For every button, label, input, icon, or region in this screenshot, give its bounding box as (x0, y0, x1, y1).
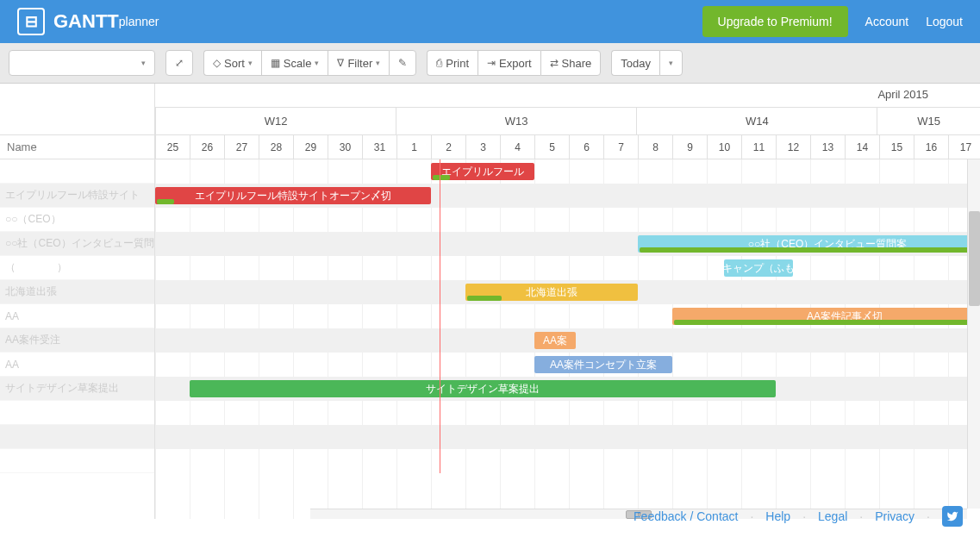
day-header: 10 (707, 135, 741, 159)
chart-row[interactable]: エイプリルフール (155, 159, 980, 184)
feedback-link[interactable]: Feedback / Contact (634, 509, 738, 523)
day-header: 17 (948, 135, 980, 159)
week-header: W14 (636, 108, 877, 134)
today-button[interactable]: Today (611, 50, 659, 76)
chart-row[interactable] (155, 449, 980, 473)
footer: Feedback / Contact · Help · Legal · Priv… (0, 496, 980, 537)
chart-row[interactable] (155, 208, 980, 232)
upgrade-button[interactable]: Upgrade to Premium! (702, 6, 848, 37)
export-icon: ⇥ (487, 57, 496, 69)
gantt-timeline[interactable]: April 2015 W12W13W14W15 2526272829303112… (155, 84, 980, 519)
task-row-label[interactable]: ○○社（CEO）インタビュー質問 (0, 232, 154, 256)
day-header: 27 (224, 135, 259, 159)
day-header: 28 (259, 135, 293, 159)
share-button[interactable]: ⇄Share (540, 50, 602, 76)
day-header: 9 (672, 135, 707, 159)
expand-button[interactable]: ⤢ (165, 50, 193, 76)
day-header: 8 (638, 135, 672, 159)
day-header: 1 (396, 135, 431, 159)
day-header: 16 (914, 135, 948, 159)
task-row-label[interactable] (0, 449, 154, 473)
scrollbar-vertical[interactable] (967, 159, 980, 509)
task-row-label[interactable]: （ ） (0, 256, 154, 280)
print-button[interactable]: ⎙Print (427, 50, 478, 76)
app-header: ⊟ GANTTplanner Upgrade to Premium! Accou… (0, 0, 980, 43)
timeline-header: April 2015 W12W13W14W15 2526272829303112… (155, 84, 980, 159)
settings-button[interactable]: ✎ (389, 50, 416, 76)
day-header: 4 (500, 135, 534, 159)
task-row-label[interactable]: サイトデザイン草案提出 (0, 377, 154, 401)
chart-row[interactable]: キャンプ（ふも (155, 256, 980, 280)
day-header: 6 (569, 135, 603, 159)
task-row-label[interactable] (0, 401, 154, 425)
gantt-bar[interactable]: エイプリルフール特設サイトオープン〆切 (155, 187, 431, 204)
twitter-icon[interactable] (942, 506, 963, 527)
wand-icon: ✎ (398, 57, 407, 69)
task-row-label[interactable]: エイプリルフール特設サイト (0, 184, 154, 208)
gantt-bar[interactable]: AA案件コンセプト立案 (534, 356, 672, 373)
gantt-bar[interactable]: サイトデザイン草案提出 (190, 380, 776, 397)
scale-button[interactable]: ▦Scale▾ (261, 50, 328, 76)
week-header: W15 (877, 108, 980, 134)
scrollbar-thumb[interactable] (969, 211, 980, 306)
scale-icon: ▦ (271, 57, 280, 69)
week-header: W13 (396, 108, 636, 134)
gantt-sidebar: Name エイプリルフール特設サイト○○（CEO）○○社（CEO）インタビュー質… (0, 84, 155, 519)
task-row-label[interactable]: ○○（CEO） (0, 208, 154, 232)
day-header: 15 (879, 135, 914, 159)
brand-sub: planner (119, 15, 159, 28)
chart-row[interactable] (155, 425, 980, 449)
legal-link[interactable]: Legal (818, 509, 847, 523)
task-row-label[interactable]: AA案件受注 (0, 328, 154, 353)
day-header: 30 (328, 135, 362, 159)
gantt-bar[interactable]: エイプリルフール (431, 163, 534, 180)
day-header: 3 (465, 135, 500, 159)
name-column-header: Name (0, 135, 154, 159)
task-row-label[interactable]: AA (0, 353, 154, 377)
task-row-label[interactable]: 北海道出張 (0, 280, 154, 304)
week-header: W12 (155, 108, 396, 134)
chart-row[interactable]: AA案件記事〆切 (155, 304, 980, 328)
export-button[interactable]: ⇥Export (478, 50, 540, 76)
today-dropdown[interactable]: ▾ (659, 50, 683, 76)
day-header: 31 (362, 135, 396, 159)
print-icon: ⎙ (436, 57, 442, 69)
share-icon: ⇄ (550, 57, 559, 69)
chart-row[interactable] (155, 401, 980, 425)
gantt-bar[interactable]: ○○社（CEO）インタビュー質問案 (638, 235, 980, 253)
expand-icon: ⤢ (175, 57, 184, 69)
project-select[interactable]: ▾ (9, 50, 155, 76)
gantt-bar[interactable]: キャンプ（ふも (724, 259, 793, 277)
gantt-bar[interactable]: 北海道出張 (465, 284, 638, 301)
month-label: April 2015 (877, 88, 928, 101)
filter-button[interactable]: ∇Filter▾ (328, 50, 389, 76)
chart-row[interactable]: AA案 (155, 328, 980, 353)
gantt-bar[interactable]: AA案件記事〆切 (672, 308, 980, 325)
task-row-label[interactable] (0, 159, 154, 184)
privacy-link[interactable]: Privacy (875, 509, 914, 523)
chart-row[interactable]: エイプリルフール特設サイトオープン〆切 (155, 184, 980, 208)
help-link[interactable]: Help (765, 509, 790, 523)
logout-link[interactable]: Logout (926, 15, 963, 28)
day-header: 25 (155, 135, 190, 159)
day-header: 11 (741, 135, 776, 159)
chart-row[interactable]: 北海道出張 (155, 280, 980, 304)
brand-main: GANTT (53, 10, 119, 33)
sort-button[interactable]: ◇Sort▾ (203, 50, 261, 76)
task-row-label[interactable]: AA (0, 304, 154, 328)
logo-icon: ⊟ (17, 8, 45, 35)
chart-row[interactable]: ○○社（CEO）インタビュー質問案 (155, 232, 980, 256)
chart-row[interactable]: サイトデザイン草案提出 (155, 377, 980, 401)
day-header: 29 (293, 135, 328, 159)
task-row-label[interactable] (0, 425, 154, 449)
day-header: 13 (810, 135, 845, 159)
gantt-chart: Name エイプリルフール特設サイト○○（CEO）○○社（CEO）インタビュー質… (0, 84, 980, 519)
chevron-down-icon: ▾ (141, 59, 146, 67)
chart-row[interactable]: AA案件コンセプト立案 (155, 353, 980, 377)
day-header: 7 (603, 135, 638, 159)
day-header: 5 (534, 135, 569, 159)
account-link[interactable]: Account (865, 15, 909, 28)
day-header: 26 (190, 135, 224, 159)
day-header: 14 (845, 135, 879, 159)
gantt-bar[interactable]: AA案 (534, 332, 576, 349)
